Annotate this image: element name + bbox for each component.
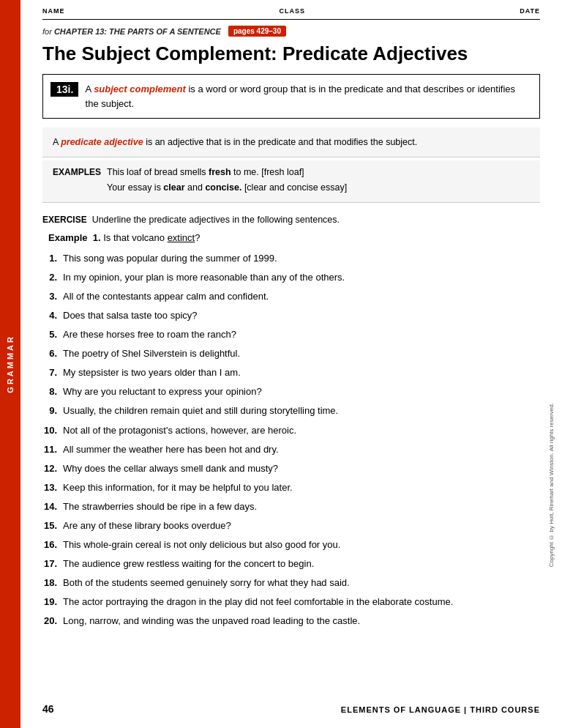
name-label: NAME [42, 7, 65, 15]
sentence-number: 3. [42, 289, 63, 305]
list-item: 7.My stepsister is two years older than … [42, 365, 540, 381]
section-divider [42, 202, 540, 203]
footer-title-text: Elements of Language | Third Course [341, 705, 540, 714]
list-item: 10.Not all of the protagonist's actions,… [42, 423, 540, 439]
example2-bold2: concise. [205, 182, 241, 193]
example-number: 1. [93, 232, 101, 243]
sentence-text: This song was popular during the summer … [63, 250, 540, 267]
list-item: 5.Are these horses free to roam the ranc… [42, 327, 540, 343]
sentence-number: 5. [42, 327, 63, 343]
exercise-header: Exercise Underline the predicate adjecti… [42, 215, 540, 225]
sentence-text: Does that salsa taste too spicy? [63, 308, 540, 324]
list-item: 8.Why are you reluctant to express your … [42, 384, 540, 400]
class-field: CLASS [280, 7, 306, 15]
sentence-number: 18. [42, 575, 63, 591]
sentence-text: Not all of the protagonist's actions, ho… [63, 423, 540, 439]
sentence-number: 11. [42, 442, 63, 458]
list-item: 19.The actor portraying the dragon in th… [42, 594, 540, 610]
sentence-number: 10. [42, 423, 63, 439]
sentence-text: Both of the students seemed genuinely so… [63, 575, 540, 591]
definition-box: A predicate adjective is an adjective th… [42, 127, 540, 157]
list-item: 13.Keep this information, for it may be … [42, 480, 540, 496]
list-item: 9.Usually, the children remain quiet and… [42, 403, 540, 419]
example-text-pre: Is that volcano [103, 232, 167, 243]
sentence-number: 19. [42, 594, 63, 610]
class-label: CLASS [280, 7, 306, 15]
date-field: DATE [520, 7, 540, 15]
list-item: 16.This whole-grain cereal is not only d… [42, 537, 540, 553]
for-text: for CHAPTER 13: THE PARTS OF A SENTENCE [42, 27, 221, 36]
list-item: 14.The strawberries should be ripe in a … [42, 499, 540, 515]
list-item: 11.All summer the weather here has been … [42, 442, 540, 458]
list-item: 15.Are any of these library books overdu… [42, 518, 540, 534]
sentence-text: Why are you reluctant to express your op… [63, 384, 540, 400]
sentence-text: Keep this information, for it may be hel… [63, 480, 540, 496]
sentence-text: Are any of these library books overdue? [63, 518, 540, 534]
rule-number: 13i. [50, 82, 78, 97]
grammar-label: GRAMMAR [6, 335, 15, 393]
name-field: NAME [42, 7, 65, 15]
example1-bold: fresh [209, 167, 231, 177]
list-item: 2.In my opinion, your plan is more reaso… [42, 270, 540, 286]
copyright-notice: Copyright © by Holt, Rinehart and Winsto… [548, 403, 555, 567]
footer-title: Elements of Language | Third Course [341, 705, 540, 715]
sentence-number: 14. [42, 499, 63, 515]
page-title: The Subject Complement: Predicate Adject… [42, 42, 540, 65]
rule-text: A subject complement is a word or word g… [86, 82, 529, 111]
pages-badge: pages 429–30 [228, 26, 286, 37]
exercise-section: Exercise Underline the predicate adjecti… [42, 215, 540, 630]
grammar-tab: GRAMMAR [0, 0, 20, 728]
sentence-text: All of the contestants appear calm and c… [63, 289, 540, 305]
sentence-text: The poetry of Shel Silverstein is deligh… [63, 346, 540, 362]
list-item: 17.The audience grew restless waiting fo… [42, 556, 540, 572]
footer: 46 Elements of Language | Third Course [20, 703, 562, 715]
sentence-list: 1.This song was popular during the summe… [42, 250, 540, 630]
sentence-text: This whole-grain cereal is not only deli… [63, 537, 540, 553]
list-item: 1.This song was popular during the summe… [42, 250, 540, 267]
examples-block: EXAMPLESThis loaf of bread smells fresh … [42, 160, 540, 202]
subject-complement-term: subject complement [94, 83, 186, 94]
sentence-text: The audience grew restless waiting for t… [63, 556, 540, 572]
sentence-text: Long, narrow, and winding was the unpave… [63, 613, 540, 629]
list-item: 3.All of the contestants appear calm and… [42, 289, 540, 305]
sentence-text: Are these horses free to roam the ranch? [63, 327, 540, 343]
example2-bold1: clear [163, 182, 184, 193]
sentence-number: 7. [42, 365, 63, 381]
sentence-number: 13. [42, 480, 63, 496]
list-item: 12.Why does the cellar always smell dank… [42, 461, 540, 477]
sentence-text: Why does the cellar always smell dank an… [63, 461, 540, 477]
sentence-number: 4. [42, 308, 63, 324]
sentence-text: Usually, the children remain quiet and s… [63, 403, 540, 419]
sentence-text: In my opinion, your plan is more reasona… [63, 270, 540, 286]
page-number: 46 [42, 703, 54, 715]
rule-box: 13i. A subject complement is a word or w… [42, 74, 540, 119]
list-item: 18.Both of the students seemed genuinely… [42, 575, 540, 591]
example-text-post: ? [195, 232, 200, 243]
sentence-number: 17. [42, 556, 63, 572]
date-label: DATE [520, 7, 540, 15]
list-item: 4.Does that salsa taste too spicy? [42, 308, 540, 324]
example-prefix: Example [48, 232, 87, 243]
chapter-bar: for CHAPTER 13: THE PARTS OF A SENTENCE … [42, 26, 540, 37]
sentence-text: My stepsister is two years older than I … [63, 365, 540, 381]
main-content: NAME CLASS DATE for CHAPTER 13: THE PART… [20, 0, 562, 655]
examples-label: EXAMPLES [53, 167, 101, 177]
sentence-text: All summer the weather here has been hot… [63, 442, 540, 458]
exercise-label: Exercise [42, 215, 87, 225]
sentence-number: 16. [42, 537, 63, 553]
sentence-text: The actor portraying the dragon in the p… [63, 594, 540, 610]
sentence-number: 2. [42, 270, 63, 286]
list-item: 6.The poetry of Shel Silverstein is deli… [42, 346, 540, 362]
sentence-number: 20. [42, 613, 63, 629]
sentence-number: 6. [42, 346, 63, 362]
sentence-number: 12. [42, 461, 63, 477]
rule-row: 13i. A subject complement is a word or w… [50, 82, 529, 111]
sentence-number: 15. [42, 518, 63, 534]
sentence-text: The strawberries should be ripe in a few… [63, 499, 540, 515]
sentence-number: 9. [42, 403, 63, 419]
list-item: 20.Long, narrow, and winding was the unp… [42, 613, 540, 629]
exercise-instruction: Underline the predicate adjectives in th… [92, 215, 340, 225]
predicate-adjective-term: predicate adjective [61, 137, 143, 147]
example-1-line: EXAMPLESThis loaf of bread smells fresh … [53, 165, 530, 180]
example-underline: extinct [168, 232, 195, 243]
